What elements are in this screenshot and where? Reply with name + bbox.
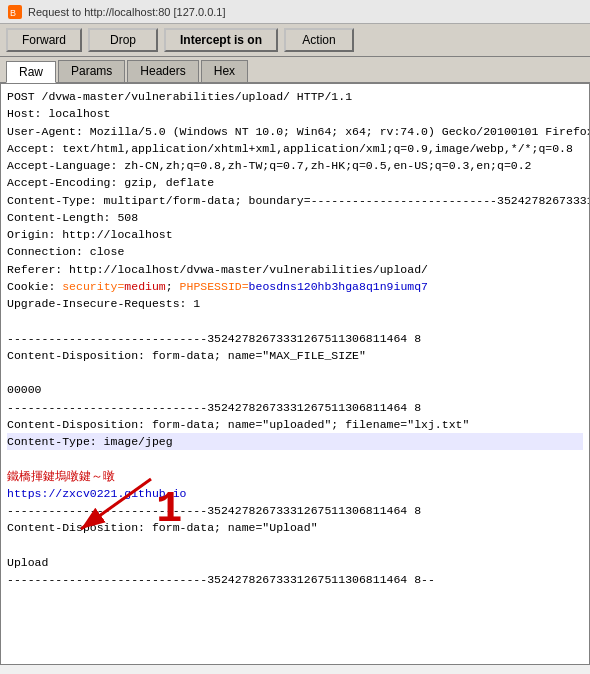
content-line: Origin: http://localhost — [7, 226, 583, 243]
content-line: 00000 — [7, 381, 583, 398]
content-line — [7, 537, 583, 554]
content-line — [7, 450, 583, 467]
content-line: Content-Length: 508 — [7, 209, 583, 226]
content-line: Content-Disposition: form-data; name="up… — [7, 416, 583, 433]
content-line — [7, 312, 583, 329]
content-line: -----------------------------35242782673… — [7, 571, 583, 588]
tab-hex[interactable]: Hex — [201, 60, 248, 82]
upload-line: Upload — [7, 554, 583, 571]
content-line: POST /dvwa-master/vulnerabilities/upload… — [7, 88, 583, 105]
content-type-line: Content-Type: image/jpeg — [7, 433, 583, 450]
content-line: -----------------------------35242782673… — [7, 330, 583, 347]
link-line: https://zxcv0221.github.io — [7, 485, 583, 502]
content-line: Content-Disposition: form-data; name="Up… — [7, 519, 583, 536]
tab-headers[interactable]: Headers — [127, 60, 198, 82]
content-line: Content-Type: multipart/form-data; bound… — [7, 192, 583, 209]
content-line: Host: localhost — [7, 105, 583, 122]
svg-text:B: B — [10, 8, 16, 18]
content-line: -----------------------------35242782673… — [7, 399, 583, 416]
chinese-text-line: 鐵橋揮鍵塢暾鍵～暾 — [7, 468, 583, 485]
burp-icon: B — [8, 5, 22, 19]
action-button[interactable]: Action — [284, 28, 354, 52]
content-line: Referer: http://localhost/dvwa-master/vu… — [7, 261, 583, 278]
content-line: Accept: text/html,application/xhtml+xml,… — [7, 140, 583, 157]
title-bar: B Request to http://localhost:80 [127.0.… — [0, 0, 590, 24]
forward-button[interactable]: Forward — [6, 28, 82, 52]
content-line: Accept-Language: zh-CN,zh;q=0.8,zh-TW;q=… — [7, 157, 583, 174]
content-line: Content-Disposition: form-data; name="MA… — [7, 347, 583, 364]
tab-params[interactable]: Params — [58, 60, 125, 82]
tab-raw[interactable]: Raw — [6, 61, 56, 83]
toolbar: Forward Drop Intercept is on Action — [0, 24, 590, 57]
content-line: Upgrade-Insecure-Requests: 1 — [7, 295, 583, 312]
request-content: POST /dvwa-master/vulnerabilities/upload… — [7, 88, 583, 588]
content-line — [7, 364, 583, 381]
content-line: Connection: close — [7, 243, 583, 260]
drop-button[interactable]: Drop — [88, 28, 158, 52]
intercept-button[interactable]: Intercept is on — [164, 28, 278, 52]
content-line: -----------------------------35242782673… — [7, 502, 583, 519]
content-area[interactable]: POST /dvwa-master/vulnerabilities/upload… — [0, 83, 590, 665]
content-line: Accept-Encoding: gzip, deflate — [7, 174, 583, 191]
cookie-line: Cookie: security=medium; PHPSESSID=beosd… — [7, 278, 583, 295]
tabs-bar: Raw Params Headers Hex — [0, 57, 590, 83]
content-line: User-Agent: Mozilla/5.0 (Windows NT 10.0… — [7, 123, 583, 140]
title-bar-text: Request to http://localhost:80 [127.0.0.… — [28, 6, 226, 18]
